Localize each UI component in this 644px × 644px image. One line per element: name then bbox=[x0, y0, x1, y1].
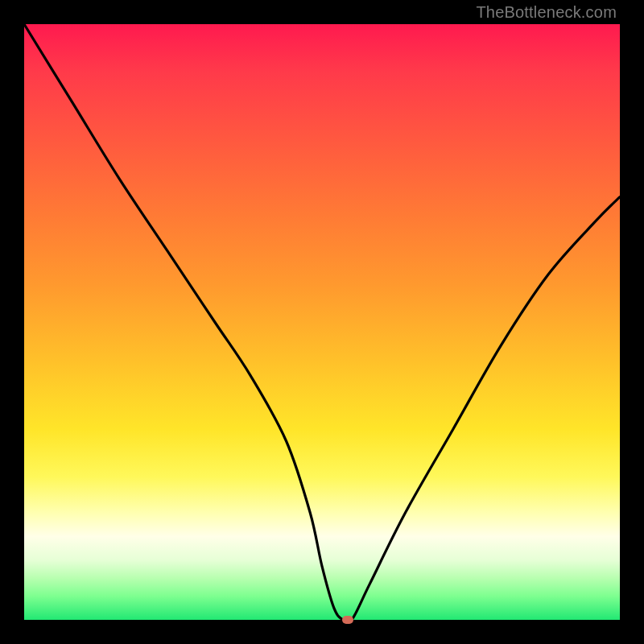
bottleneck-curve bbox=[24, 24, 620, 620]
chart-frame: TheBottleneck.com bbox=[0, 0, 644, 644]
plot-area bbox=[24, 24, 620, 620]
minimum-marker bbox=[342, 616, 353, 624]
watermark-text: TheBottleneck.com bbox=[476, 3, 617, 22]
